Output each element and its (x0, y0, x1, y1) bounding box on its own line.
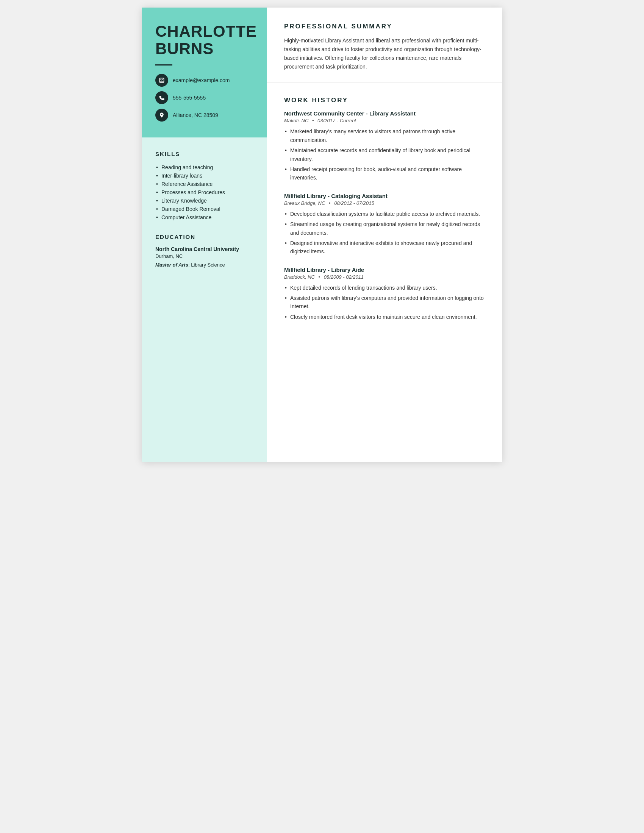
work-bullet: Marketed library's many services to visi… (284, 127, 485, 144)
email-text: example@example.com (173, 77, 230, 83)
skills-list: Reading and teachingInter-library loansR… (155, 163, 254, 222)
main-content: PROFESSIONAL SUMMARY Highly-motivated Li… (267, 8, 502, 462)
sidebar-bottom: SKILLS Reading and teachingInter-library… (142, 137, 267, 462)
phone-item: 555-555-5555 (155, 91, 254, 104)
work-history-section: WORK HISTORY Northwest Community Center … (267, 83, 502, 462)
work-entry: Millfield Library - Cataloging Assistant… (284, 193, 485, 256)
skill-item: Damaged Book Removal (155, 205, 254, 213)
work-job-meta: Braddock, NC • 08/2009 - 02/2011 (284, 274, 485, 280)
phone-text: 555-555-5555 (173, 95, 206, 101)
work-bullet: Handled receipt processing for book, aud… (284, 165, 485, 182)
degree-field: : Library Science (188, 262, 225, 268)
work-entry: Millfield Library - Library AideBraddock… (284, 267, 485, 322)
location-text: Alliance, NC 28509 (173, 112, 218, 118)
sidebar: CHARLOTTE BURNS example@example.com (142, 8, 267, 462)
location-item: Alliance, NC 28509 (155, 109, 254, 122)
summary-section: PROFESSIONAL SUMMARY Highly-motivated Li… (267, 8, 502, 83)
phone-icon (155, 91, 168, 104)
resume-container: CHARLOTTE BURNS example@example.com (142, 8, 502, 462)
education-school: North Carolina Central University (155, 246, 254, 252)
education-title: EDUCATION (155, 234, 254, 240)
work-bullet: Assisted patrons with library's computer… (284, 294, 485, 311)
skill-item: Computer Assistance (155, 213, 254, 222)
name-line2: BURNS (155, 40, 214, 58)
work-job-meta: Makoti, NC • 03/2017 - Current (284, 118, 485, 124)
degree-label: Master of Arts (155, 262, 188, 268)
skills-title: SKILLS (155, 151, 254, 157)
name-line1: CHARLOTTE (155, 23, 257, 40)
skill-item: Literary Knowledge (155, 196, 254, 205)
name-divider (155, 64, 172, 66)
work-bullet: Maintained accurate records and confiden… (284, 146, 485, 163)
work-bullet: Closely monitored front desk visitors to… (284, 313, 485, 321)
skill-item: Processes and Procedures (155, 188, 254, 196)
candidate-name: CHARLOTTE BURNS (155, 23, 254, 58)
work-entry: Northwest Community Center - Library Ass… (284, 110, 485, 182)
email-icon (155, 74, 168, 87)
work-bullets-list: Marketed library's many services to visi… (284, 127, 485, 182)
skill-item: Inter-library loans (155, 172, 254, 180)
work-bullets-list: Kept detailed records of lending transac… (284, 284, 485, 322)
education-degree: Master of Arts: Library Science (155, 262, 254, 268)
summary-text: Highly-motivated Library Assistant and l… (284, 36, 485, 71)
work-bullets-list: Developed classification systems to faci… (284, 210, 485, 256)
work-job-title: Millfield Library - Cataloging Assistant (284, 193, 485, 199)
sidebar-top: CHARLOTTE BURNS example@example.com (142, 8, 267, 137)
work-bullet: Developed classification systems to faci… (284, 210, 485, 218)
work-bullet: Streamlined usage by creating organizati… (284, 220, 485, 237)
work-bullet: Designed innovative and interactive exhi… (284, 239, 485, 256)
work-bullet: Kept detailed records of lending transac… (284, 284, 485, 292)
skill-item: Reference Assistance (155, 180, 254, 188)
summary-title: PROFESSIONAL SUMMARY (284, 23, 485, 30)
skill-item: Reading and teaching (155, 163, 254, 172)
work-history-title: WORK HISTORY (284, 96, 485, 104)
work-job-meta: Breaux Bridge, NC • 08/2012 - 07/2015 (284, 200, 485, 206)
work-job-title: Millfield Library - Library Aide (284, 267, 485, 273)
education-location: Durham, NC (155, 253, 254, 259)
work-job-title: Northwest Community Center - Library Ass… (284, 110, 485, 117)
email-item: example@example.com (155, 74, 254, 87)
work-entries: Northwest Community Center - Library Ass… (284, 110, 485, 321)
location-icon (155, 109, 168, 122)
